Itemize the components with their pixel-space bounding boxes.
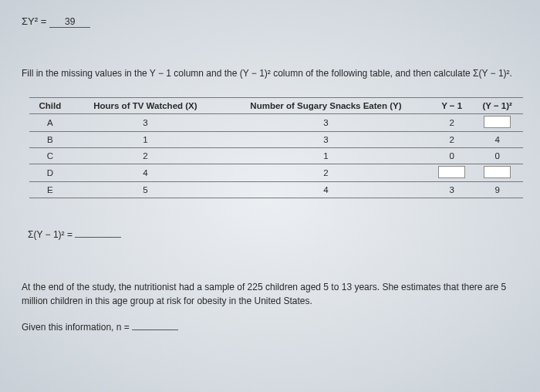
cell-child: C	[29, 148, 71, 164]
col-ym1sq: (Y − 1)²	[471, 98, 523, 114]
instructions-text: Fill in the missing values in the Y − 1 …	[22, 66, 518, 80]
col-child: Child	[29, 98, 71, 114]
cell-x: 1	[71, 132, 220, 148]
cell-ym1sq: 4	[471, 132, 523, 148]
table-header-row: Child Hours of TV Watched (X) Number of …	[29, 98, 523, 114]
worksheet-page: ΣY² = 39 Fill in the missing values in t…	[0, 0, 540, 392]
cell-y: 4	[220, 182, 432, 198]
given-label: Given this information, n =	[22, 322, 130, 333]
cell-ym1-input	[432, 164, 471, 182]
cell-child: E	[29, 182, 71, 198]
cell-y: 3	[220, 114, 432, 132]
cell-x: 5	[71, 182, 220, 198]
sigma-y-squared-line: ΣY² = 39	[22, 15, 518, 28]
cell-x: 2	[71, 148, 220, 164]
cell-child: A	[29, 114, 71, 132]
cell-ym1: 0	[432, 148, 471, 164]
table-row: A 3 3 2	[29, 114, 523, 132]
cell-ym1: 3	[432, 182, 471, 198]
cell-x: 4	[71, 164, 220, 182]
cell-ym1sq-input	[471, 164, 523, 182]
study-description: At the end of the study, the nutritionis…	[22, 280, 518, 308]
input-box[interactable]	[484, 166, 511, 178]
cell-ym1: 2	[432, 132, 471, 148]
given-line: Given this information, n =	[22, 322, 518, 333]
cell-y: 2	[220, 164, 432, 182]
col-x: Hours of TV Watched (X)	[71, 98, 220, 114]
cell-ym1sq: 9	[471, 182, 523, 198]
cell-child: D	[29, 164, 71, 182]
col-y: Number of Sugary Snacks Eaten (Y)	[220, 98, 432, 114]
cell-ym1sq-input	[471, 114, 523, 132]
table-row: C 2 1 0 0	[29, 148, 523, 164]
table-row: E 5 4 3 9	[29, 182, 523, 198]
sum-answer-blank[interactable]	[75, 237, 121, 238]
cell-y: 1	[220, 148, 432, 164]
cell-child: B	[29, 132, 71, 148]
input-box[interactable]	[484, 116, 511, 128]
sigma-y-squared-value: 39	[49, 16, 90, 28]
data-table: Child Hours of TV Watched (X) Number of …	[29, 97, 523, 198]
cell-ym1: 2	[432, 114, 471, 132]
input-box[interactable]	[438, 166, 465, 178]
cell-ym1sq: 0	[471, 148, 523, 164]
cell-y: 3	[220, 132, 432, 148]
table-row: B 1 3 2 4	[29, 132, 523, 148]
n-answer-blank[interactable]	[132, 329, 178, 330]
sum-label: Σ(Y − 1)² =	[28, 229, 73, 240]
table-row: D 4 2	[29, 164, 523, 182]
col-ym1: Y − 1	[432, 98, 471, 114]
sum-y-minus-1-sq-line: Σ(Y − 1)² =	[28, 229, 518, 240]
cell-x: 3	[71, 114, 220, 132]
sigma-y-squared-label: ΣY² =	[22, 15, 46, 27]
